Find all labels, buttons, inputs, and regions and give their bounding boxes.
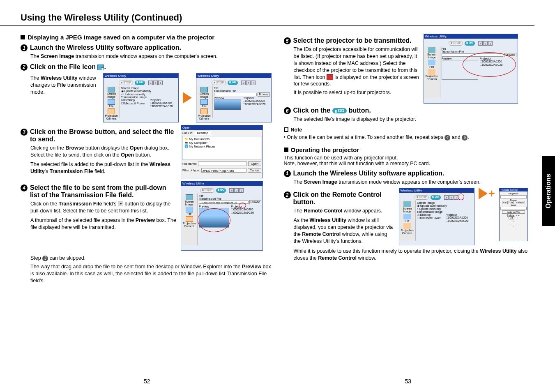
arrow-right-icon — [479, 188, 488, 199]
screenshot-open-dialog: Open Look in: Desktop 📁 My Documents 💻 M… — [181, 125, 263, 178]
screenshot-wireless-utility-transmissionfile: Wireless Utility ■ STOP ▮ GO ≡?i Screen … — [181, 181, 263, 251]
step3-skip-note: Step 3 can be skipped. — [30, 255, 272, 262]
step1b-body: The Screen Image transmission mode windo… — [294, 179, 535, 186]
step1-heading: 1 Launch the Wireless Utility software a… — [21, 44, 272, 51]
step5-heading: 5 Select the projector to be transmitted… — [284, 37, 419, 44]
section-b-p1: This function can be used with any proje… — [284, 155, 535, 161]
screenshot-remote-control-window: Remote Control Projector Power On Off Fr… — [499, 188, 528, 241]
step2-body: The Wireless Utility window changes to F… — [30, 75, 99, 96]
step-badge-2-icon: 2 — [21, 64, 28, 71]
red-highlight-remote-icon — [458, 194, 464, 200]
step1-body: The Screen Image transmission mode windo… — [30, 53, 272, 60]
screenshot-wireless-utility-projectorlist: Wireless Utility ■ STOP ▮ GO ≡?i Screen … — [424, 34, 518, 104]
step3-body2: The selected file is added to the pull-d… — [30, 161, 177, 175]
square-bullet-icon — [284, 148, 288, 152]
step-badge-1-icon: 1 — [284, 170, 291, 177]
step6-body: The selected file's image is displayed b… — [294, 116, 535, 123]
step2b-heading: 2 Click on the Remote Control button. — [284, 191, 395, 206]
square-bullet-icon — [21, 35, 25, 39]
step1b-heading: 1 Launch the Wireless Utility software a… — [284, 170, 535, 177]
step-badge-5-icon: 5 — [284, 37, 291, 44]
section-operating-projector: Operating the projector — [284, 146, 535, 153]
step4-body1: Click on the Transmission File field's b… — [30, 201, 177, 214]
step4-body2: A thumbnail of the selected file appears… — [30, 217, 177, 231]
step-badge-3-small-icon: 3 — [42, 256, 48, 261]
section-displaying-jpeg: Displaying a JPEG image saved on a compu… — [21, 34, 272, 41]
arrow-right-icon — [183, 92, 192, 104]
section-b-p2: Note, however, that this will not functi… — [284, 161, 535, 166]
step-badge-4-small-icon: 4 — [444, 135, 450, 141]
step2-heading: 2 Click on the File icon . — [21, 63, 272, 71]
note-body: • Only one file can be sent at a time. T… — [284, 134, 535, 141]
screenshot-wireless-utility-file: Wireless Utility ■ STOP ▮ GO ≡?i Screen … — [196, 73, 272, 122]
step3-heading: 3 Click on the Browse button, and select… — [21, 128, 177, 143]
step6-heading: 6 Click on the ▮GO button. — [284, 107, 535, 114]
file-icon — [97, 65, 104, 70]
step3-body1: Clicking on the Browse button displays t… — [30, 145, 177, 159]
step-badge-3-icon: 3 — [21, 129, 28, 136]
step-badge-6-small-icon: 6 — [462, 135, 467, 141]
step-badge-2-icon: 2 — [284, 191, 291, 198]
step2b-body1: The Remote Control window appears. — [294, 208, 395, 214]
note-heading: Note — [284, 127, 535, 133]
side-tab-operations: Operations — [542, 156, 555, 226]
dropdown-icon — [118, 201, 123, 206]
page-number-left: 52 — [144, 378, 150, 385]
step4-heading: 4 Select the file to be sent from the pu… — [21, 184, 177, 199]
red-highlight-dropdown — [239, 203, 246, 208]
screenshot-wireless-utility-remote: Wireless Utility ■ STOP ▮ GO ≡?i Screen … — [399, 188, 474, 245]
plus-icon: + — [488, 188, 495, 199]
red-highlight-projector-list — [463, 52, 516, 77]
step-badge-1-icon: 1 — [21, 44, 28, 51]
left-page: Displaying a JPEG image saved on a compu… — [21, 31, 272, 284]
step5-body: The IDs of projectors accessible for com… — [294, 46, 419, 88]
projector-status-icon — [327, 74, 333, 80]
step5-body2: It is possible to select up-to four proj… — [294, 89, 419, 96]
screenshot-wireless-utility-screenimage: Wireless Utility ■ STOP ▮ GO ≡?i Screen … — [103, 73, 179, 122]
step2b-body2: As the Wireless Utility window is still … — [294, 217, 395, 245]
red-highlight-preview — [198, 208, 230, 232]
page-number-right: 53 — [405, 378, 411, 385]
drag-drop-note: The way that drag and drop the file to b… — [30, 263, 272, 284]
step-badge-4-icon: 4 — [21, 184, 28, 191]
note-box-icon — [284, 127, 288, 132]
go-button-icon: ▮GO — [332, 108, 347, 113]
step2b-body3: While it is possible to use this functio… — [294, 248, 535, 262]
right-page: 5 Select the projector to be transmitted… — [284, 31, 535, 284]
step-badge-6-icon: 6 — [284, 107, 291, 114]
page-title: Using the Wireless Utility (Continued) — [0, 0, 534, 26]
